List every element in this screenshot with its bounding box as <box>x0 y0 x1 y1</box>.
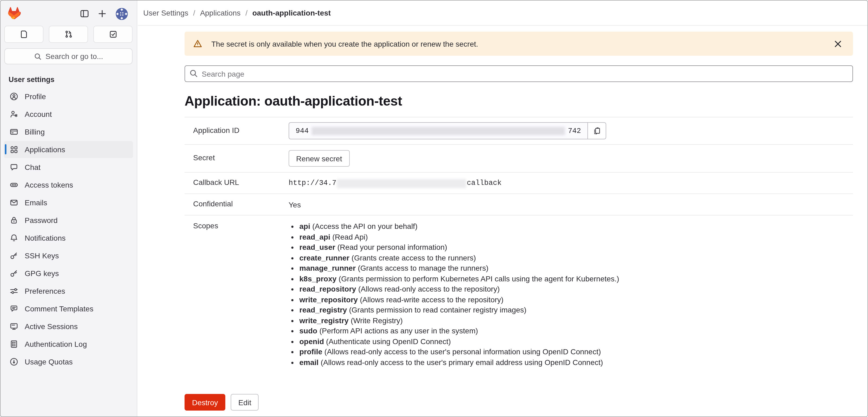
sidebar-section-title: User settings <box>8 76 128 83</box>
page-search <box>185 65 853 82</box>
access-tokens-icon <box>10 181 18 189</box>
page-actions: Destroy Edit <box>185 394 853 411</box>
sidebar-item-label: Profile <box>25 92 46 101</box>
scope-description: (Allows read-write access to the reposit… <box>360 295 503 304</box>
scope-description: (Write Registry) <box>350 316 403 324</box>
sidebar-item-chat[interactable]: Chat <box>4 159 133 176</box>
sidebar-menu: Profile Account Billing Appli <box>0 88 137 370</box>
sidebar-item-label: Chat <box>25 163 40 172</box>
merge-requests-shortcut-button[interactable] <box>49 26 88 43</box>
read_api: read_api (Read Api) <box>299 232 619 242</box>
copy-to-clipboard-icon[interactable] <box>587 122 606 139</box>
api: api (Access the API on your behalf) <box>299 221 619 232</box>
scope-description: (Allows read-only access to the user's p… <box>320 358 603 367</box>
sidebar-item-label: Preferences <box>25 287 65 295</box>
gitlab-logo-icon[interactable] <box>7 7 21 21</box>
sidebar-header <box>0 0 137 21</box>
scope-name: read_registry <box>299 306 347 314</box>
scope-name: sudo <box>299 326 317 335</box>
avatar[interactable] <box>115 7 128 20</box>
comment-templates-icon <box>10 305 18 313</box>
usage-quotas-icon <box>10 357 18 366</box>
scope-description: (Grants permission to perform Kubernetes… <box>339 274 619 283</box>
scope-name: read_repository <box>299 285 356 293</box>
callback-url-value: http://34.7 callback <box>289 178 502 189</box>
issues-icon <box>20 30 28 39</box>
scopes-label: Scopes <box>185 221 289 368</box>
confidential-value: Yes <box>289 199 301 210</box>
secret-row: Secret Renew secret <box>185 144 853 172</box>
search-or-go-to-label: Search or go to... <box>45 52 103 61</box>
scope-name: email <box>299 358 319 367</box>
sidebar-item-usage-quotas[interactable]: Usage Quotas <box>4 353 133 370</box>
application-details-table: Application ID 944 742 Secret <box>185 117 853 375</box>
sidebar-item-preferences[interactable]: Preferences <box>4 282 133 300</box>
write_registry: write_registry (Write Registry) <box>299 315 619 326</box>
active-indicator <box>5 144 6 154</box>
sidebar-item-label: Account <box>25 110 52 118</box>
sidebar-item-account[interactable]: Account <box>4 106 133 123</box>
sidebar-item-authentication-log[interactable]: Authentication Log <box>4 336 133 353</box>
application-id-row: Application ID 944 742 <box>185 117 853 144</box>
main-area: User Settings / Applications / oauth-app… <box>138 0 868 417</box>
read_repository: read_repository (Allows read-only access… <box>299 284 619 294</box>
close-icon[interactable] <box>832 37 844 50</box>
sidebar-item-label: GPG keys <box>25 269 59 278</box>
application-id-label: Application ID <box>185 122 289 139</box>
plus-icon[interactable] <box>98 9 107 18</box>
callback-url-suffix: callback <box>467 178 502 189</box>
sidebar-item-label: Active Sessions <box>25 322 78 331</box>
sidebar-item-billing[interactable]: Billing <box>4 123 133 140</box>
sidebar-item-active-sessions[interactable]: Active Sessions <box>4 318 133 335</box>
callback-url-prefix: http://34.7 <box>289 178 336 189</box>
sidebar-item-label: Access tokens <box>25 181 73 189</box>
todo-shortcut-button[interactable] <box>93 26 132 43</box>
sidebar-item-notifications[interactable]: Notifications <box>4 230 133 247</box>
sidebar-item-label: SSH Keys <box>25 251 59 260</box>
sidebar-item-emails[interactable]: Emails <box>4 194 133 211</box>
confidential-row: Confidential Yes <box>185 194 853 215</box>
scopes-row: Scopes api (Access the API on your behal… <box>185 215 853 375</box>
sidebar-item-access-tokens[interactable]: Access tokens <box>4 176 133 194</box>
scope-description: (Read your personal information) <box>337 243 447 251</box>
sidebar-item-gpg-keys[interactable]: GPG keys <box>4 265 133 282</box>
sidebar-toggle-icon[interactable] <box>80 9 89 18</box>
edit-button[interactable]: Edit <box>231 394 258 411</box>
sidebar-shortcuts <box>4 26 132 43</box>
sidebar-item-profile[interactable]: Profile <box>4 88 133 105</box>
issues-shortcut-button[interactable] <box>4 26 43 43</box>
scope-description: (Perform API actions as any user in the … <box>319 326 478 335</box>
password-icon <box>10 216 18 224</box>
sidebar-item-ssh-keys[interactable]: SSH Keys <box>4 247 133 264</box>
scope-name: create_runner <box>299 253 349 262</box>
scope-name: api <box>299 222 310 231</box>
sidebar-item-password[interactable]: Password <box>4 212 133 229</box>
breadcrumb-link-user-settings[interactable]: User Settings <box>143 8 188 17</box>
email: email (Allows read-only access to the us… <box>299 357 619 368</box>
scope-description: (Read Api) <box>332 232 368 241</box>
warning-banner-text: The secret is only available when you cr… <box>211 39 478 48</box>
scope-name: profile <box>299 347 322 356</box>
scope-name: write_repository <box>299 295 358 304</box>
scope-name: read_api <box>299 232 330 241</box>
search-icon <box>34 52 42 60</box>
confidential-label: Confidential <box>185 199 289 210</box>
sidebar-item-comment-templates[interactable]: Comment Templates <box>4 300 133 317</box>
write_repository: write_repository (Allows read-write acce… <box>299 294 619 305</box>
profile-icon <box>10 92 18 101</box>
gitlab-window: Search or go to... User settings Profile… <box>0 0 868 417</box>
destroy-button[interactable]: Destroy <box>185 394 225 411</box>
sidebar-item-label: Usage Quotas <box>25 357 73 366</box>
breadcrumb-link-applications[interactable]: Applications <box>200 8 241 17</box>
sidebar-item-label: Password <box>25 216 58 224</box>
breadcrumb: User Settings / Applications / oauth-app… <box>138 0 868 26</box>
search-or-go-to-button[interactable]: Search or go to... <box>4 48 132 64</box>
renew-secret-button[interactable]: Renew secret <box>289 150 349 167</box>
page-title: Application: oauth-application-test <box>185 92 853 110</box>
search-page-input[interactable] <box>185 65 853 82</box>
sidebar-item-applications[interactable]: Applications <box>4 141 133 158</box>
scope-name: k8s_proxy <box>299 274 337 283</box>
scope-description: (Grants access to manage the runners) <box>358 264 489 272</box>
application-id-prefix: 944 <box>296 127 309 135</box>
application-id-value[interactable]: 944 742 <box>289 122 588 139</box>
